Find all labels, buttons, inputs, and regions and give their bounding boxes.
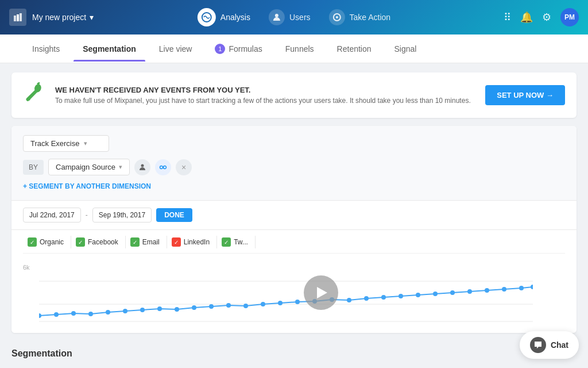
play-button[interactable] xyxy=(304,275,338,310)
banner-text: WE HAVEN'T RECEIVED ANY EVENTS FROM YOU … xyxy=(55,86,471,105)
tab-segmentation[interactable]: Segmentation xyxy=(74,36,145,62)
svg-point-18 xyxy=(106,310,110,315)
line-chart-svg xyxy=(39,258,533,327)
date-separator: - xyxy=(86,211,88,219)
svg-point-9 xyxy=(160,166,163,168)
svg-point-14 xyxy=(39,313,41,318)
chart-legend: ✓ Organic ✓ Facebook ✓ Email xyxy=(23,230,565,254)
nav-item-take-action[interactable]: Take Action xyxy=(329,9,391,25)
banner-title: WE HAVEN'T RECEIVED ANY EVENTS FROM YOU … xyxy=(55,86,471,94)
svg-point-37 xyxy=(433,292,438,296)
header-right: ⠿ 🔔 ⚙ PM xyxy=(504,8,579,26)
svg-point-43 xyxy=(531,285,533,289)
svg-point-20 xyxy=(140,308,145,312)
project-name-label[interactable]: My new project ▾ xyxy=(32,13,94,22)
page-title: Segmentation xyxy=(11,348,72,359)
chat-icon xyxy=(530,337,546,353)
svg-rect-1 xyxy=(17,14,19,21)
user-segment-icon-btn[interactable] xyxy=(134,159,150,175)
svg-point-32 xyxy=(347,298,351,302)
tab-insights[interactable]: Insights xyxy=(23,36,69,62)
svg-point-24 xyxy=(209,304,214,309)
remove-dimension-btn[interactable]: × xyxy=(176,159,192,175)
date-start-input[interactable]: Jul 22nd, 2017 xyxy=(23,208,81,223)
sub-navigation: Insights Segmentation Live view 1 Formul… xyxy=(0,34,588,63)
tab-live-view[interactable]: Live view xyxy=(150,36,202,62)
settings-gear-icon[interactable]: ⚙ xyxy=(542,11,551,24)
legend-check-email: ✓ xyxy=(130,237,140,247)
legend-check-facebook: ✓ xyxy=(76,237,85,247)
query-section: Track Exercise ▾ BY Campaign Source ▾ xyxy=(11,126,577,201)
nav-take-action-label: Take Action xyxy=(350,13,391,22)
legend-item-facebook[interactable]: ✓ Facebook xyxy=(71,236,126,248)
legend-item-tw[interactable]: ✓ Tw... xyxy=(217,236,256,248)
project-icon xyxy=(9,9,26,26)
svg-point-40 xyxy=(485,288,489,293)
nav-item-analysis[interactable]: Analysis xyxy=(198,8,250,26)
y-axis-label: 6k xyxy=(23,264,30,271)
avatar[interactable]: PM xyxy=(560,8,579,26)
svg-point-16 xyxy=(71,311,76,316)
main-nav: Analysis Users Take Action xyxy=(198,8,390,26)
svg-point-42 xyxy=(519,286,524,290)
svg-rect-2 xyxy=(20,13,22,21)
banner-body: To make full use of Mixpanel, you just h… xyxy=(55,97,471,105)
nav-item-users[interactable]: Users xyxy=(269,9,311,25)
formulas-badge: 1 xyxy=(215,44,225,54)
svg-point-38 xyxy=(450,290,455,295)
svg-point-39 xyxy=(467,289,472,294)
legend-check-linkedin: ✓ xyxy=(172,237,181,247)
setup-now-button[interactable]: SET UP NOW → xyxy=(485,85,565,105)
event-dropdown[interactable]: Track Exercise ▾ xyxy=(23,135,109,152)
play-icon xyxy=(317,287,327,298)
svg-point-34 xyxy=(381,295,386,300)
svg-point-26 xyxy=(243,304,248,308)
svg-point-22 xyxy=(175,307,179,312)
tab-funnels[interactable]: Funnels xyxy=(276,36,323,62)
chart-visualization: 6k xyxy=(23,258,565,327)
analysis-icon xyxy=(198,8,216,26)
take-action-icon xyxy=(329,9,345,25)
svg-point-27 xyxy=(261,302,265,306)
svg-point-10 xyxy=(164,166,167,168)
svg-point-4 xyxy=(275,14,278,17)
legend-item-email[interactable]: ✓ Email xyxy=(126,236,167,248)
svg-point-36 xyxy=(416,293,420,297)
grid-icon[interactable]: ⠿ xyxy=(504,11,511,24)
svg-point-29 xyxy=(295,300,300,304)
chart-area: ✓ Organic ✓ Facebook ✓ Email xyxy=(11,230,577,333)
by-row: BY Campaign Source ▾ xyxy=(23,159,565,175)
wrench-icon xyxy=(23,82,46,109)
app-header: My new project ▾ Analysis Users xyxy=(0,0,588,34)
svg-point-35 xyxy=(399,294,403,298)
svg-point-23 xyxy=(192,305,196,310)
compare-icon-btn[interactable] xyxy=(155,159,171,175)
notification-bell-icon[interactable]: 🔔 xyxy=(520,11,533,24)
svg-point-8 xyxy=(141,164,144,167)
chat-button[interactable]: Chat xyxy=(520,331,579,359)
header-left: My new project ▾ xyxy=(9,9,124,26)
svg-point-28 xyxy=(278,301,283,305)
add-segment-button[interactable]: + SEGMENT BY ANOTHER DIMENSION xyxy=(23,182,151,190)
date-end-input[interactable]: Sep 19th, 2017 xyxy=(92,208,152,223)
chat-label: Chat xyxy=(551,340,568,350)
tab-signal[interactable]: Signal xyxy=(385,36,426,62)
event-chevron-icon: ▾ xyxy=(84,140,87,147)
done-button[interactable]: DONE xyxy=(156,208,192,222)
legend-check-organic: ✓ xyxy=(28,237,37,247)
svg-point-17 xyxy=(88,312,93,316)
svg-point-41 xyxy=(502,287,506,292)
svg-point-15 xyxy=(54,312,59,317)
tab-retention[interactable]: Retention xyxy=(328,36,381,62)
nav-analysis-label: Analysis xyxy=(220,13,250,22)
legend-item-organic[interactable]: ✓ Organic xyxy=(23,236,71,248)
svg-point-19 xyxy=(123,309,127,313)
dimension-dropdown[interactable]: Campaign Source ▾ xyxy=(48,159,130,175)
tab-formulas[interactable]: 1 Formulas xyxy=(206,36,271,62)
by-label: BY xyxy=(23,160,44,175)
analysis-card: Track Exercise ▾ BY Campaign Source ▾ xyxy=(11,126,577,333)
legend-check-tw: ✓ xyxy=(222,237,231,247)
legend-item-linkedin[interactable]: ✓ LinkedIn xyxy=(167,236,217,248)
setup-banner: WE HAVEN'T RECEIVED ANY EVENTS FROM YOU … xyxy=(11,72,577,118)
svg-rect-0 xyxy=(14,16,16,21)
